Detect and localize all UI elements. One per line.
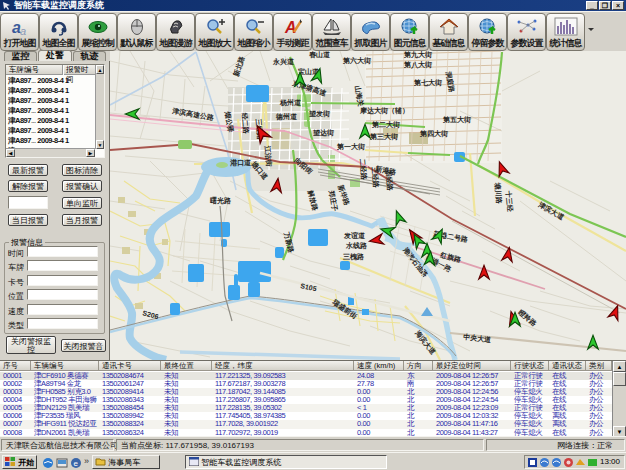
svg-text:第二大街: 第二大街: [371, 121, 400, 129]
svg-text:a: a: [20, 25, 26, 37]
svg-text:发谊道: 发谊道: [343, 231, 366, 239]
svg-text:杨州道: 杨州道: [279, 99, 302, 107]
svg-text:第七大街: 第七大街: [413, 79, 442, 87]
svg-text:德州道: 德州道: [275, 113, 298, 121]
svg-text:望发街: 望发街: [309, 110, 330, 118]
svg-text:春山道: 春山道: [309, 51, 331, 59]
svg-text:望达街: 望达街: [313, 129, 334, 137]
svg-text:摩达大街（辅）: 摩达大街（辅）: [359, 106, 409, 115]
svg-text:第六大街: 第六大街: [342, 56, 371, 65]
svg-text:第八大街: 第八大街: [403, 61, 432, 69]
svg-text:曙光路: 曙光路: [210, 196, 232, 205]
svg-text:e: e: [74, 459, 79, 468]
svg-text:A: A: [284, 19, 297, 36]
svg-text:第九大街: 第九大街: [403, 51, 432, 59]
svg-text:水线路: 水线路: [345, 242, 368, 250]
svg-text:第三大街: 第三大街: [369, 133, 398, 141]
svg-text:第四大街: 第四大街: [419, 130, 448, 138]
svg-text:第一大街: 第一大街: [336, 143, 365, 151]
svg-text:永兴道: 永兴道: [272, 58, 295, 66]
svg-text:港口道: 港口道: [230, 159, 252, 167]
svg-text:第五大街: 第五大街: [442, 116, 471, 124]
svg-text:三槐路: 三槐路: [343, 253, 365, 261]
